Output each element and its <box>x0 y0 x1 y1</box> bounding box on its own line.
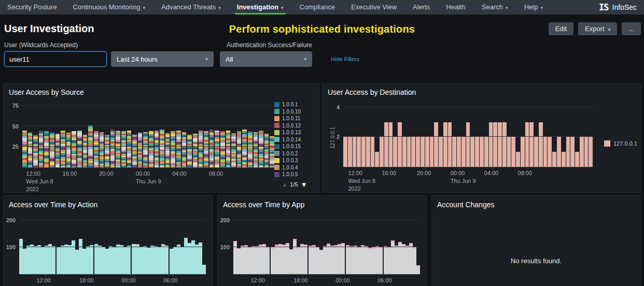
bar[interactable] <box>116 245 120 274</box>
bar[interactable] <box>113 247 116 274</box>
bar[interactable] <box>187 135 192 167</box>
bar[interactable] <box>170 249 173 274</box>
bar[interactable] <box>521 137 525 167</box>
legend-item[interactable]: 1.0.0.4 <box>274 164 315 171</box>
bar[interactable] <box>39 131 44 167</box>
bar[interactable] <box>278 244 282 274</box>
bar[interactable] <box>109 246 113 274</box>
bar[interactable] <box>68 245 72 274</box>
action-chart-plot[interactable]: 10020012:0018:0000:0006:00 <box>19 217 206 275</box>
bar[interactable] <box>502 122 507 167</box>
bar[interactable] <box>116 131 120 167</box>
bar[interactable] <box>361 137 366 167</box>
bar[interactable] <box>123 247 127 274</box>
bar[interactable] <box>407 137 411 167</box>
bar[interactable] <box>293 239 297 274</box>
bar[interactable] <box>580 137 584 167</box>
bar[interactable] <box>127 246 131 274</box>
bar[interactable] <box>584 137 589 167</box>
legend-item[interactable]: 1.0.0.13 <box>274 129 315 136</box>
legend-item[interactable]: 1.0.0.3 <box>274 157 315 164</box>
bar[interactable] <box>393 137 397 167</box>
bar[interactable] <box>489 122 493 167</box>
bar[interactable] <box>425 137 429 167</box>
bar[interactable] <box>264 134 269 167</box>
bar[interactable] <box>215 131 219 167</box>
bar[interactable] <box>516 152 520 167</box>
bar[interactable] <box>202 265 206 274</box>
bar[interactable] <box>48 244 52 274</box>
bar[interactable] <box>220 131 225 167</box>
bar[interactable] <box>529 122 534 167</box>
nav-item-search[interactable]: Search▾ <box>482 0 508 15</box>
bar[interactable] <box>100 132 104 167</box>
bar[interactable] <box>282 245 286 274</box>
bar[interactable] <box>375 152 379 167</box>
bar[interactable] <box>289 249 293 274</box>
bar[interactable] <box>233 241 237 274</box>
bar[interactable] <box>248 131 253 167</box>
bar[interactable] <box>402 137 407 167</box>
bar[interactable] <box>79 239 82 274</box>
bar[interactable] <box>105 249 109 274</box>
bar[interactable] <box>334 245 338 274</box>
bar[interactable] <box>209 130 214 167</box>
bar[interactable] <box>480 137 484 167</box>
bar[interactable] <box>57 247 60 274</box>
bar[interactable] <box>395 246 398 274</box>
bar[interactable] <box>160 130 164 167</box>
bar[interactable] <box>319 250 323 274</box>
edit-button[interactable]: Edit <box>549 22 573 35</box>
bar[interactable] <box>188 243 191 274</box>
bar[interactable] <box>155 131 159 167</box>
bar[interactable] <box>353 137 357 167</box>
bar[interactable] <box>357 247 361 274</box>
bar[interactable] <box>105 135 109 167</box>
bar[interactable] <box>127 131 132 167</box>
legend-item[interactable]: 1.0.0.15 <box>274 143 315 150</box>
bar[interactable] <box>255 246 259 274</box>
bar[interactable] <box>507 137 511 167</box>
bar[interactable] <box>398 122 402 167</box>
bar[interactable] <box>242 130 247 167</box>
bar[interactable] <box>121 131 126 167</box>
bar[interactable] <box>94 131 99 167</box>
bar[interactable] <box>44 131 49 167</box>
more-button[interactable]: ... <box>622 22 641 35</box>
bar[interactable] <box>300 244 304 274</box>
bar[interactable] <box>493 122 497 167</box>
bar[interactable] <box>411 137 415 167</box>
user-input[interactable] <box>4 51 107 67</box>
dest-chart-plot[interactable]: 2412:00Wed Jun 8202216:0020:0000:00Thu J… <box>343 103 593 167</box>
bar[interactable] <box>380 137 384 167</box>
bar[interactable] <box>143 246 147 274</box>
bar[interactable] <box>139 247 143 274</box>
bar[interactable] <box>371 137 375 167</box>
bar[interactable] <box>470 137 474 167</box>
bar[interactable] <box>548 137 552 167</box>
page-down-icon[interactable]: ▼ <box>301 181 307 189</box>
bar[interactable] <box>589 137 593 167</box>
export-button[interactable]: Export▾ <box>578 22 617 35</box>
bar[interactable] <box>182 132 187 167</box>
bar[interactable] <box>86 246 90 274</box>
app-chart-plot[interactable]: 10020012:0018:0000:0006:00 <box>233 217 420 275</box>
page-up-icon[interactable]: ▲ <box>282 181 287 188</box>
bar[interactable] <box>30 245 34 274</box>
bar[interactable] <box>439 137 443 167</box>
bar[interactable] <box>323 246 327 274</box>
bar[interactable] <box>413 247 416 274</box>
bar[interactable] <box>248 247 251 274</box>
bar[interactable] <box>457 137 461 167</box>
bar[interactable] <box>543 137 548 167</box>
nav-item-executive-view[interactable]: Executive View <box>351 0 397 15</box>
bar[interactable] <box>552 152 556 167</box>
bar[interactable] <box>421 137 425 167</box>
bar[interactable] <box>461 137 466 167</box>
bar[interactable] <box>384 246 387 274</box>
bar[interactable] <box>138 133 143 167</box>
bar[interactable] <box>259 245 262 274</box>
bar[interactable] <box>357 137 361 167</box>
bar[interactable] <box>575 152 579 167</box>
bar[interactable] <box>349 246 353 274</box>
